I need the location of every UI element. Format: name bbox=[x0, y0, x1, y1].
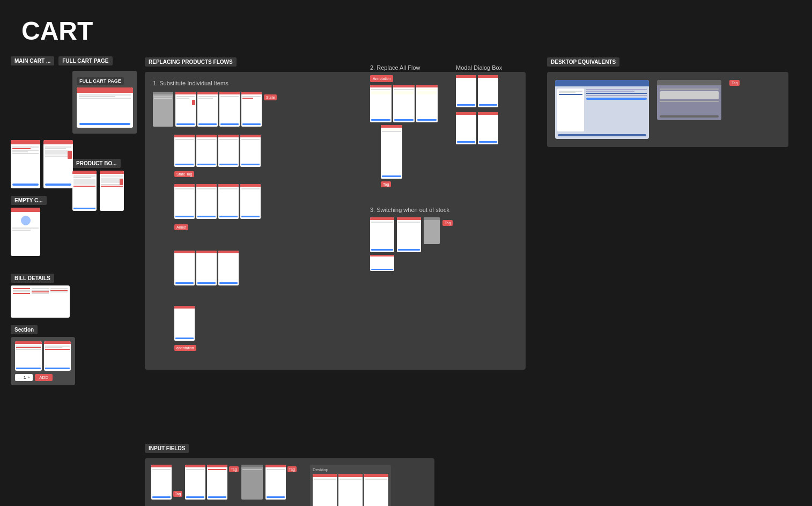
product-box-frame-2 bbox=[100, 171, 124, 211]
bill-details-chip[interactable]: BILL DETAILS bbox=[11, 274, 54, 283]
main-cart-frame-2 bbox=[43, 140, 73, 188]
flow4-area: 3. Switching when out of stock bbox=[370, 207, 504, 271]
full-cart-sublabel: FULL CART PAGE bbox=[77, 77, 124, 85]
flow3-label: Modal Dialog Box bbox=[456, 64, 526, 71]
full-cart-large-frame bbox=[77, 87, 133, 128]
flow4-label: 3. Switching when out of stock bbox=[370, 207, 504, 213]
empty-cart-chip[interactable]: EMPTY C... bbox=[11, 196, 47, 205]
page-container: CART MAIN CART ... FULL CART PAGE FULL C… bbox=[0, 0, 812, 506]
main-cart-frame-1 bbox=[11, 140, 40, 188]
page-title: CART bbox=[0, 0, 812, 56]
desktop-chip[interactable]: DESKTOP EQUIVALENTS bbox=[547, 57, 619, 67]
desktop-equiv-section: DESKTOP EQUIVALENTS bbox=[547, 56, 788, 147]
replacing-section: REPLACING PRODUCTS FLOWS 1. Substitute I… bbox=[145, 56, 526, 370]
full-cart-chip[interactable]: FULL CART PAGE bbox=[58, 56, 112, 65]
flow1-tag: State bbox=[264, 94, 277, 100]
bill-details-frame bbox=[11, 285, 70, 318]
section-chip-label[interactable]: Section bbox=[11, 325, 38, 334]
empty-cart-frame bbox=[11, 208, 40, 256]
product-box-chip[interactable]: PRODUCT BO... bbox=[72, 159, 121, 168]
replacing-chip[interactable]: REPLACING PRODUCTS FLOWS bbox=[145, 57, 237, 67]
left-top-row: MAIN CART ... FULL CART PAGE bbox=[11, 56, 137, 65]
section-container: — 1 + ADD bbox=[11, 337, 75, 385]
product-box-frame-1 bbox=[72, 171, 97, 211]
canvas: MAIN CART ... FULL CART PAGE FULL CART P… bbox=[0, 56, 812, 506]
input-fields-section: INPUT FIELDS Tag bbox=[145, 443, 434, 506]
bill-details-group: BILL DETAILS bbox=[11, 273, 137, 318]
left-panel: MAIN CART ... FULL CART PAGE FULL CART P… bbox=[11, 56, 137, 392]
full-cart-subgroup: FULL CART PAGE bbox=[72, 71, 137, 134]
input-fields-container: Tag Tag bbox=[145, 458, 434, 506]
flow3-area: Modal Dialog Box bbox=[456, 64, 526, 144]
input-fields-desktop: Desktop bbox=[310, 465, 391, 506]
main-cart-chip[interactable]: MAIN CART ... bbox=[11, 56, 54, 65]
input-fields-chip[interactable]: INPUT FIELDS bbox=[145, 444, 189, 453]
desktop-frame-small bbox=[657, 80, 721, 120]
replacing-container: 1. Substitute Individual Items bbox=[145, 72, 526, 370]
desktop-container: Tag bbox=[547, 72, 788, 147]
section-group: Section bbox=[11, 324, 137, 385]
product-box-group: PRODUCT BO... bbox=[72, 158, 137, 211]
desktop-frame-main bbox=[555, 80, 649, 139]
